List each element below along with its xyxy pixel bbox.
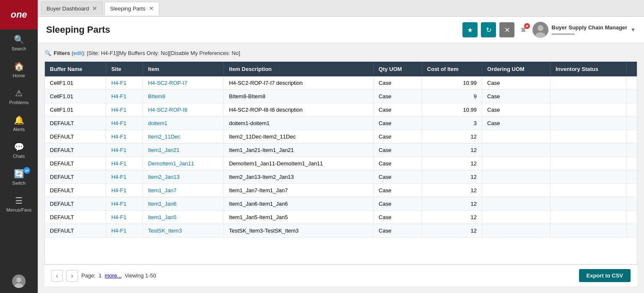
switch-icon: 🔄 xyxy=(14,169,24,179)
col-item-desc: Item Description xyxy=(224,62,374,76)
table-cell[interactable]: Item1_Jan5 xyxy=(143,211,223,224)
site-link[interactable]: H4-F1 xyxy=(111,187,126,194)
sidebar-item-label: Switch xyxy=(12,181,26,186)
table-cell xyxy=(551,76,627,90)
site-link[interactable]: H4-F1 xyxy=(111,147,126,153)
table-cell: Case xyxy=(374,144,422,157)
site-link[interactable]: H4-F1 xyxy=(111,228,126,234)
user-dropdown-arrow[interactable]: ▼ xyxy=(631,27,636,33)
star-button[interactable]: ★ xyxy=(462,22,478,37)
export-csv-button[interactable]: Export to CSV xyxy=(579,269,631,282)
table-cell[interactable]: TestSK_Item3 xyxy=(143,224,223,238)
site-link[interactable]: H4-F1 xyxy=(111,160,126,167)
table-cell[interactable]: H4-F1 xyxy=(106,144,143,157)
edit-filters-link[interactable]: edit xyxy=(73,50,82,56)
table-cell[interactable]: Item1_Jan7 xyxy=(143,184,223,197)
item-link[interactable]: Item1_Jan6 xyxy=(148,201,177,207)
table-cell[interactable]: BItem8 xyxy=(143,90,223,103)
next-page-button[interactable]: › xyxy=(66,270,78,282)
table-cell[interactable]: Item1_Jan21 xyxy=(143,144,223,157)
item-link[interactable]: Item2_Jan13 xyxy=(148,174,179,180)
item-link[interactable]: TestSK_Item3 xyxy=(148,228,182,234)
col-site: Site xyxy=(106,62,143,76)
sidebar-item-search[interactable]: 🔍 Search xyxy=(0,29,38,56)
table-cell: Item1_Jan21-Item1_Jan21 xyxy=(224,144,374,157)
table-cell[interactable]: DemoItem1_Jan11 xyxy=(143,157,223,170)
sidebar-item-problems[interactable]: ⚠ Problems xyxy=(0,83,38,110)
item-link[interactable]: H4-SC2-ROP-I7 xyxy=(148,80,187,86)
table-row: DEFAULTH4-F1Item2_Jan13Item2_Jan13-Item2… xyxy=(45,170,637,184)
item-link[interactable]: Item1_Jan7 xyxy=(148,187,177,194)
sidebar-item-switch[interactable]: ⇄ 🔄 Switch xyxy=(0,164,38,191)
page-number: 1 xyxy=(99,272,101,279)
table-cell xyxy=(551,184,627,197)
table-cell[interactable]: H4-F1 xyxy=(106,130,143,144)
app-logo[interactable]: one xyxy=(0,0,38,29)
table-cell: Case xyxy=(482,103,551,117)
close-tab-icon[interactable]: ✕ xyxy=(92,5,97,11)
table-cell[interactable]: Item1_Jan6 xyxy=(143,197,223,211)
table-cell xyxy=(627,130,637,144)
item-link[interactable]: Item1_Jan5 xyxy=(148,214,177,220)
notification-badge: ★ xyxy=(524,23,530,29)
sidebar-item-home[interactable]: 🏠 Home xyxy=(0,56,38,83)
table-cell[interactable]: H4-F1 xyxy=(106,184,143,197)
site-link[interactable]: H4-F1 xyxy=(111,214,126,220)
table-cell[interactable]: Item2_Jan13 xyxy=(143,170,223,184)
table-cell: CellF1.01 xyxy=(45,90,106,103)
table-cell: DEFAULT xyxy=(45,130,106,144)
site-link[interactable]: H4-F1 xyxy=(111,133,126,140)
table-row: CellF1.01H4-F1H4-SC2-ROP-I7H4-SC2-ROP-I7… xyxy=(45,76,637,90)
table-cell[interactable]: Item2_11Dec xyxy=(143,130,223,144)
table-cell[interactable]: doitem1 xyxy=(143,117,223,130)
table-cell: DEFAULT xyxy=(45,211,106,224)
table-cell: DEFAULT xyxy=(45,157,106,170)
table-cell[interactable]: H4-F1 xyxy=(106,90,143,103)
table-cell[interactable]: H4-F1 xyxy=(106,76,143,90)
item-link[interactable]: doitem1 xyxy=(148,120,167,126)
table-row: DEFAULTH4-F1Item1_Jan21Item1_Jan21-Item1… xyxy=(45,144,637,157)
sidebar-item-menus[interactable]: ☰ Menus/Favs xyxy=(0,191,38,217)
table-cell[interactable]: H4-SC2-ROP-I8 xyxy=(143,103,223,117)
page-header: Sleeping Parts ★ ↻ ✕ ≡ ★ Buyer Supply Ch… xyxy=(38,17,644,43)
sidebar-item-chats[interactable]: 💬 Chats xyxy=(0,137,38,164)
sidebar-item-alerts[interactable]: 🔔 Alerts xyxy=(0,110,38,137)
close-tab-icon[interactable]: ✕ xyxy=(149,5,154,11)
table-cell: Case xyxy=(482,90,551,103)
prev-page-button[interactable]: ‹ xyxy=(51,270,63,282)
site-link[interactable]: H4-F1 xyxy=(111,201,126,207)
more-pages-link[interactable]: more... xyxy=(105,272,122,279)
table-cell[interactable]: H4-F1 xyxy=(106,103,143,117)
table-cell: Case xyxy=(374,184,422,197)
item-link[interactable]: H4-SC2-ROP-I8 xyxy=(148,107,187,113)
site-link[interactable]: H4-F1 xyxy=(111,174,126,180)
item-link[interactable]: Item1_Jan21 xyxy=(148,147,179,153)
table-cell[interactable]: H4-F1 xyxy=(106,157,143,170)
refresh-button[interactable]: ↻ xyxy=(481,22,496,37)
site-link[interactable]: H4-F1 xyxy=(111,107,126,113)
sidebar-item-user[interactable] xyxy=(0,269,38,293)
tab-buyer-dashboard[interactable]: Buyer Dashboard ✕ xyxy=(41,2,103,15)
item-link[interactable]: BItem8 xyxy=(148,93,165,99)
table-cell: Item1_Jan5-Item1_Jan5 xyxy=(224,211,374,224)
close-button[interactable]: ✕ xyxy=(499,22,514,37)
site-link[interactable]: H4-F1 xyxy=(111,120,126,126)
table-cell[interactable]: H4-F1 xyxy=(106,117,143,130)
site-link[interactable]: H4-F1 xyxy=(111,93,126,99)
tab-sleeping-parts[interactable]: Sleeping Parts ✕ xyxy=(104,2,159,16)
table-row: DEFAULTH4-F1Item1_Jan6Item1_Jan6-Item1_J… xyxy=(45,197,637,211)
user-name: Buyer Supply Chain Manager xyxy=(552,24,628,31)
table-cell[interactable]: H4-F1 xyxy=(106,224,143,238)
data-table-container: Buffer Name Site Item Item Description Q… xyxy=(44,61,637,264)
table-cell[interactable]: H4-F1 xyxy=(106,211,143,224)
filter-criteria: [Site: H4-F1][My Buffers Only: No][Disab… xyxy=(87,50,240,56)
item-link[interactable]: DemoItem1_Jan11 xyxy=(148,160,194,167)
table-cell[interactable]: H4-SC2-ROP-I7 xyxy=(143,76,223,90)
site-link[interactable]: H4-F1 xyxy=(111,80,126,86)
menu-button[interactable]: ≡ ★ xyxy=(518,24,529,36)
table-cell[interactable]: H4-F1 xyxy=(106,197,143,211)
item-link[interactable]: Item2_11Dec xyxy=(148,133,180,140)
table-cell[interactable]: H4-F1 xyxy=(106,170,143,184)
sidebar-item-label: Alerts xyxy=(13,127,25,132)
col-extra xyxy=(627,62,637,76)
